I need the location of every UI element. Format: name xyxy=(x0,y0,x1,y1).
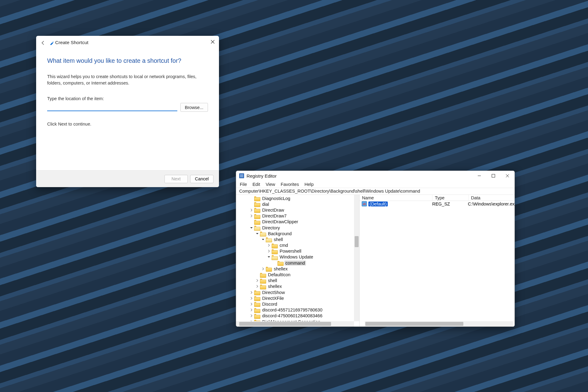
chevron-right-icon[interactable] xyxy=(249,303,254,306)
minimize-icon[interactable] xyxy=(472,171,486,181)
key-tree[interactable]: DiagnosticLogdialDirectDrawDirectDraw7Di… xyxy=(236,195,360,326)
tree-row[interactable]: cmd xyxy=(236,243,359,248)
chevron-down-icon[interactable] xyxy=(249,226,254,229)
cancel-button[interactable]: Cancel xyxy=(190,175,213,183)
folder-icon xyxy=(254,314,260,318)
folder-icon xyxy=(254,196,260,201)
tree-row[interactable]: DirectDrawClipper xyxy=(236,219,359,225)
tree-row[interactable]: DirectShow xyxy=(236,289,359,295)
folder-icon xyxy=(254,202,260,206)
tree-row[interactable]: DiagnosticLog xyxy=(236,195,359,201)
folder-icon xyxy=(254,220,260,224)
dialog-title: Create Shortcut xyxy=(55,40,89,45)
chevron-down-icon[interactable] xyxy=(261,238,265,241)
chevron-right-icon[interactable] xyxy=(267,244,271,247)
tree-row[interactable]: Discord xyxy=(236,301,359,307)
regedit-icon xyxy=(239,173,244,178)
folder-icon xyxy=(254,208,260,212)
tree-label: dial xyxy=(261,202,270,207)
tree-row[interactable]: DirectXFile xyxy=(236,295,359,301)
col-type[interactable]: Type xyxy=(432,195,469,201)
chevron-down-icon[interactable] xyxy=(267,255,271,258)
tree-label: DirectDraw xyxy=(261,208,285,213)
tree-row[interactable]: Windows Update xyxy=(236,254,359,260)
folder-icon xyxy=(272,243,277,248)
tree-row[interactable]: Directory xyxy=(236,225,359,231)
chevron-right-icon[interactable] xyxy=(249,308,254,311)
tree-row[interactable]: Powershell xyxy=(236,248,359,254)
chevron-right-icon[interactable] xyxy=(249,314,254,317)
menu-item-file[interactable]: File xyxy=(240,182,247,187)
dialog-body: What item would you like to create a sho… xyxy=(36,51,219,170)
chevron-right-icon[interactable] xyxy=(267,250,271,253)
folder-icon xyxy=(254,296,260,300)
chevron-down-icon[interactable] xyxy=(255,232,259,235)
tree-row[interactable]: command xyxy=(236,260,359,266)
maximize-icon[interactable] xyxy=(486,171,500,181)
values-header[interactable]: Name Type Data xyxy=(360,195,514,201)
tree-label: Directory xyxy=(261,225,281,230)
create-shortcut-dialog: Create Shortcut What item would you like… xyxy=(36,36,219,187)
tree-label: shellex xyxy=(273,266,288,271)
tree-row[interactable]: shell xyxy=(236,278,359,284)
string-value-icon xyxy=(362,201,367,206)
tree-row[interactable]: DirectDraw7 xyxy=(236,213,359,219)
chevron-right-icon[interactable] xyxy=(249,214,254,217)
tree-label: Windows Update xyxy=(279,254,314,259)
continue-text: Click Next to continue. xyxy=(47,122,208,126)
tree-row[interactable]: shell xyxy=(236,236,359,242)
back-icon[interactable] xyxy=(40,40,46,46)
address-bar[interactable]: Computer\HKEY_CLASSES_ROOT\Directory\Bac… xyxy=(236,188,514,195)
chevron-right-icon[interactable] xyxy=(255,285,259,288)
folder-icon xyxy=(266,237,271,242)
dialog-titlebar[interactable]: Create Shortcut xyxy=(36,36,219,51)
col-data[interactable]: Data xyxy=(469,195,514,201)
chevron-right-icon[interactable] xyxy=(249,209,254,212)
tree-row[interactable]: dial xyxy=(236,201,359,207)
tree-label: Background xyxy=(267,231,292,236)
tree-row[interactable]: DirectDraw xyxy=(236,207,359,213)
folder-icon xyxy=(260,231,266,236)
location-input[interactable] xyxy=(47,103,177,111)
registry-editor-window: Registry Editor FileEditViewFavoritesHel… xyxy=(236,171,515,327)
value-row[interactable]: (Default)REG_SZC:\Windows\explorer.ex xyxy=(360,201,514,207)
browse-button[interactable]: Browse... xyxy=(180,103,208,112)
dialog-description: This wizard helps you to create shortcut… xyxy=(47,74,206,86)
tree-row[interactable]: shellex xyxy=(236,266,359,272)
tree-label: DefaultIcon xyxy=(267,272,291,277)
menu-item-help[interactable]: Help xyxy=(304,182,314,187)
col-name[interactable]: Name xyxy=(360,195,432,201)
tree-row[interactable]: Background xyxy=(236,231,359,236)
chevron-right-icon[interactable] xyxy=(255,279,259,282)
menu-item-view[interactable]: View xyxy=(266,182,275,187)
values-horizontal-scrollbar[interactable] xyxy=(365,321,513,326)
folder-icon xyxy=(254,225,260,230)
values-pane[interactable]: Name Type Data (Default)REG_SZC:\Windows… xyxy=(360,195,514,326)
tree-horizontal-scrollbar[interactable] xyxy=(236,321,354,326)
tree-label: cmd xyxy=(279,243,289,248)
tree-label: DirectShow xyxy=(261,290,286,295)
window-title: Registry Editor xyxy=(247,173,277,179)
chevron-right-icon[interactable] xyxy=(249,297,254,300)
tree-label: discord-455712169795780630 xyxy=(261,307,323,312)
tree-vertical-scrollbar[interactable] xyxy=(354,195,359,321)
svg-rect-0 xyxy=(492,174,495,177)
close-icon[interactable] xyxy=(500,171,514,181)
chevron-right-icon[interactable] xyxy=(261,267,265,270)
chevron-right-icon[interactable] xyxy=(249,291,254,294)
tree-row[interactable]: shellex xyxy=(236,284,359,289)
folder-icon xyxy=(260,278,266,283)
next-button[interactable]: Next xyxy=(164,175,188,183)
menu-item-edit[interactable]: Edit xyxy=(252,182,260,187)
value-data: C:\Windows\explorer.ex xyxy=(468,202,514,206)
tree-label: DirectDraw7 xyxy=(261,213,288,218)
tree-label: command xyxy=(285,261,306,266)
tree-row[interactable]: discord-455712169795780630 xyxy=(236,307,359,313)
tree-row[interactable]: discord-475006012840083466 xyxy=(236,313,359,319)
tree-row[interactable]: DefaultIcon xyxy=(236,272,359,277)
menu-item-favorites[interactable]: Favorites xyxy=(281,182,299,187)
dialog-footer: Next Cancel xyxy=(36,170,219,187)
folder-icon xyxy=(272,255,277,259)
close-icon[interactable] xyxy=(209,38,217,46)
window-titlebar[interactable]: Registry Editor xyxy=(236,171,514,181)
